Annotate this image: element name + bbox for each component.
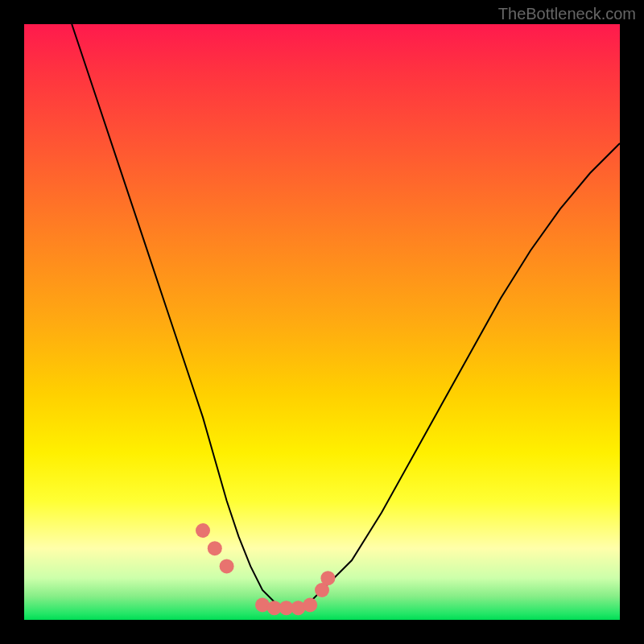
marker-point [303, 598, 317, 613]
watermark-text: TheBottleneck.com [498, 5, 636, 23]
highlight-markers [196, 523, 335, 615]
marker-point [320, 571, 335, 585]
marker-point [220, 559, 234, 573]
curve-line [72, 24, 620, 608]
bottleneck-chart [24, 24, 620, 620]
marker-point [196, 523, 210, 538]
marker-point [208, 541, 222, 555]
